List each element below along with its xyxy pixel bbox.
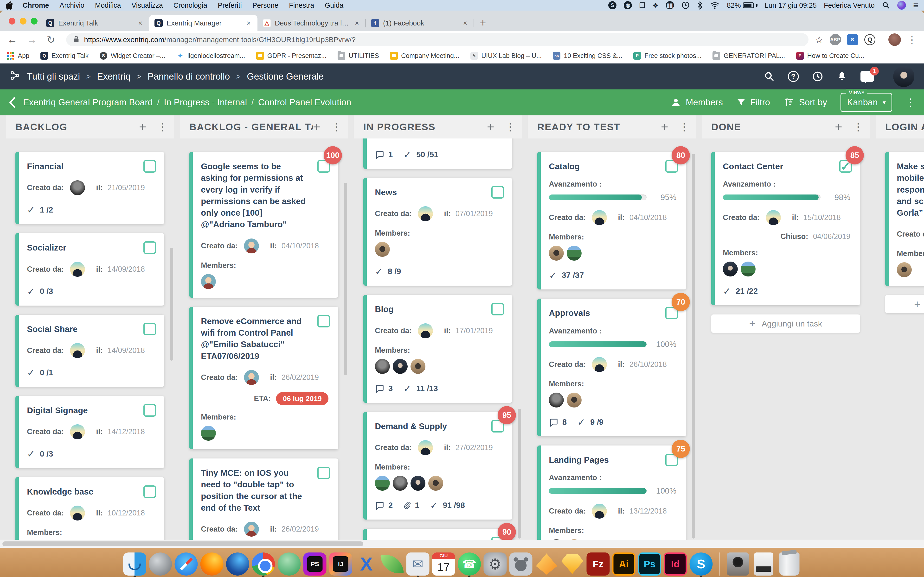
dock-blue-x-icon[interactable]: X (355, 553, 378, 575)
kanban-card[interactable]: NewsCreato da:il:07/01/2019Members:✓8 /9 (363, 178, 512, 285)
tab-close-icon[interactable]: × (462, 19, 469, 27)
bookmark-item[interactable]: UTILITIES (338, 52, 379, 60)
column-scrollbar-thumb[interactable] (518, 409, 521, 538)
window-zoom-button[interactable] (31, 18, 37, 24)
bookmark-item[interactable]: GDPR - Presentaz... (256, 52, 326, 60)
history-clock-icon[interactable] (812, 71, 824, 82)
card-checkbox[interactable] (491, 303, 504, 316)
breadcrumb-segment[interactable]: Tutti gli spazi (27, 71, 80, 82)
card-checkbox[interactable] (317, 315, 330, 327)
tab-close-icon[interactable]: × (137, 19, 144, 27)
bookmark-item[interactable]: EHow to Create Cu... (796, 52, 864, 60)
address-bar[interactable]: https://www.exentriq.com/manager/managem… (66, 33, 809, 46)
column-menu-button[interactable]: ⋮ (853, 124, 864, 130)
menu-chrome[interactable]: Chrome (23, 2, 49, 10)
pause-icon[interactable]: ▮▮ (666, 1, 674, 10)
members-button[interactable]: Members (670, 97, 723, 108)
browser-tab[interactable]: f(1) Facebook× (366, 15, 474, 31)
kanban-card[interactable]: Social ShareCreato da:il:14/09/2018✓0 /1 (15, 315, 164, 387)
box-icon[interactable]: ❒ (639, 2, 645, 10)
bookmark-item[interactable]: ✦ilgeniodellostream... (176, 52, 245, 60)
kanban-card[interactable]: Make sure L mobile devic responsive n an… (885, 152, 924, 286)
scrollbar-thumb[interactable] (2, 542, 363, 546)
help-icon[interactable]: ? (788, 71, 799, 82)
card-checkbox[interactable] (144, 323, 156, 335)
card-checkbox[interactable] (144, 485, 156, 498)
column-scrollbar-thumb[interactable] (170, 248, 173, 361)
add-card-button[interactable]: + (139, 120, 147, 134)
dock-onyx-icon[interactable] (149, 553, 172, 575)
browser-tab[interactable]: QExentriq Manager× (149, 15, 257, 31)
siri-icon[interactable] (897, 1, 906, 10)
battery-indicator[interactable]: 82% (727, 2, 758, 10)
bluetooth-icon[interactable] (697, 1, 703, 10)
menu-archivio[interactable]: Archivio (60, 2, 84, 10)
card-checkbox[interactable] (317, 467, 330, 479)
chat-icon[interactable]: 1 (861, 71, 874, 82)
add-card-button[interactable]: + (835, 120, 843, 134)
menu-persone[interactable]: Persone (252, 2, 278, 10)
bookmark-item[interactable]: SWidget Creator –... (100, 52, 165, 60)
dock-speaker-device-icon[interactable] (727, 553, 750, 575)
column-menu-button[interactable]: ⋮ (331, 124, 342, 130)
add-card-button[interactable]: + (313, 120, 321, 134)
column-menu-button[interactable]: ⋮ (505, 124, 516, 130)
time-machine-icon[interactable] (681, 1, 690, 10)
notification-center-icon[interactable]: ≡ (913, 0, 918, 10)
kanban-card[interactable]: 90Newsletter (363, 529, 512, 540)
breadcrumb-segment[interactable]: Pannello di controllo (147, 71, 230, 82)
bookmark-item[interactable]: QExentriq Talk (40, 52, 89, 60)
bookmark-item[interactable]: Company Meeting... (390, 52, 459, 60)
menu-finestra[interactable]: Finestra (289, 2, 314, 10)
board-bread-segment[interactable]: Exentriq General Program Board (23, 97, 153, 108)
card-checkbox[interactable] (491, 186, 504, 198)
bookmark-star-icon[interactable]: ☆ (815, 34, 824, 45)
dock-intellij-icon[interactable]: IJ (329, 553, 352, 575)
breadcrumb-segment[interactable]: Exentriq (97, 71, 131, 82)
back-button[interactable]: ← (7, 34, 17, 45)
adblock-extension-icon[interactable]: ABP (830, 34, 841, 45)
dock-mail-icon[interactable]: ✉ (406, 553, 430, 575)
wifi-icon[interactable] (710, 2, 720, 9)
apple-logo-icon[interactable] (6, 1, 13, 10)
notifications-bell-icon[interactable] (837, 71, 848, 82)
dock-safari-icon[interactable] (175, 553, 198, 575)
dock-finder-icon[interactable] (123, 553, 146, 575)
kanban-card[interactable]: Remove eCommerce and wifi from Control P… (189, 307, 338, 449)
column-menu-button[interactable]: ⋮ (157, 124, 168, 130)
user-avatar[interactable] (893, 66, 914, 87)
menu-preferiti[interactable]: Preferiti (218, 2, 242, 10)
bookmark-item[interactable]: App (7, 52, 29, 60)
add-card-button[interactable]: + (487, 120, 495, 134)
menu-visualizza[interactable]: Visualizza (132, 2, 163, 10)
breadcrumb-segment[interactable]: Gestione Generale (247, 71, 324, 82)
kanban-card[interactable]: 70ApprovalsAvanzamento :100%Creato da:il… (537, 298, 686, 436)
bookmark-item[interactable]: PFree stock photos... (633, 52, 701, 60)
sort-button[interactable]: Sort by (783, 97, 827, 108)
horizontal-scrollbar[interactable] (0, 540, 924, 548)
kanban-card[interactable]: 95Demand & SupplyCreato da:il:27/02/2019… (363, 412, 512, 519)
kanban-card[interactable]: 85Contact Center✓Avanzamento :98%Creato … (711, 152, 860, 305)
dropbox-icon[interactable]: ❖ (653, 2, 659, 10)
views-selector[interactable]: Views Kanban ▾ (840, 93, 892, 112)
dock-skype-icon[interactable]: S (690, 553, 713, 575)
menu-cronologia[interactable]: Cronologia (173, 2, 207, 10)
dock-system-preferences-icon[interactable]: ⚙ (484, 553, 507, 575)
creative-cloud-icon[interactable]: ◉ (624, 1, 632, 10)
board-bread-segment[interactable]: In Progress - Internal (164, 97, 247, 108)
bookmark-item[interactable]: bb10 Exciting CSS &... (553, 52, 622, 60)
dock-photoshop-icon[interactable]: Ps (638, 553, 661, 575)
kanban-card[interactable]: Tiny MCE: on IOS you need to "double tap… (189, 458, 338, 540)
kanban-card[interactable]: 1✓50 /51 (363, 139, 512, 169)
dock-illustrator-icon[interactable]: Ai (612, 553, 635, 575)
dock-chrome-icon[interactable] (252, 553, 275, 575)
dock-calendar-icon[interactable]: GIU17 (432, 553, 455, 575)
browser-menu-button[interactable]: ⋮ (907, 34, 917, 45)
new-tab-button[interactable]: + (480, 17, 486, 29)
dock-trash-icon[interactable] (778, 553, 801, 575)
back-chevron-icon[interactable] (8, 96, 16, 109)
dock-zeplin-icon[interactable] (535, 553, 558, 575)
search-icon[interactable] (764, 71, 775, 82)
dock-leaf-icon[interactable] (381, 553, 404, 575)
dock-sketch-icon[interactable] (561, 553, 584, 575)
